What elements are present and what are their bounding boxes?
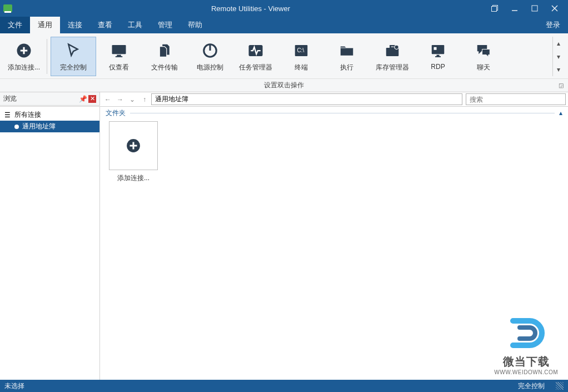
- ribbon-chat[interactable]: 聊天: [461, 37, 506, 76]
- svg-rect-1: [492, 7, 497, 12]
- content-area: 文件夹 ▴ 添加连接... 微当下载 WWW.WEIDOWN.COM: [100, 107, 568, 382]
- terminal-icon: C:\: [293, 41, 310, 61]
- ribbon-full-control[interactable]: 完全控制: [51, 37, 96, 76]
- ribbon-file-transfer[interactable]: 文件传输: [142, 37, 187, 76]
- status-mode: 完全控制: [518, 381, 545, 391]
- tree-general-addressbook[interactable]: 通用地址簿: [0, 121, 99, 132]
- tile-label: 添加连接...: [117, 173, 150, 183]
- ribbon-more[interactable]: ▾: [553, 63, 564, 76]
- pulse-icon: [247, 41, 264, 61]
- nav-forward-icon[interactable]: →: [114, 94, 126, 105]
- ribbon-rdp[interactable]: RDP: [415, 37, 461, 76]
- search-input[interactable]: [466, 93, 566, 105]
- menu-view[interactable]: 查看: [90, 17, 120, 33]
- collapse-icon[interactable]: ▴: [555, 109, 562, 117]
- menu-login[interactable]: 登录: [538, 17, 568, 33]
- ribbon-task-manager[interactable]: 任务管理器: [233, 37, 278, 76]
- svg-rect-8: [117, 55, 121, 57]
- nav-dropdown-icon[interactable]: ⌄: [127, 94, 138, 105]
- menu-bar: 文件 通用 连接 查看 工具 管理 帮助 登录: [0, 17, 568, 33]
- svg-rect-7: [112, 45, 126, 54]
- window-controls: [485, 1, 565, 16]
- list-icon: ☰: [3, 111, 11, 119]
- briefcase-icon: [384, 41, 401, 61]
- ribbon-scroll-down[interactable]: ▾: [553, 50, 564, 63]
- menu-tools[interactable]: 工具: [120, 17, 150, 33]
- ribbon-add-connection[interactable]: 添加连接...: [4, 37, 43, 76]
- svg-rect-18: [432, 45, 445, 54]
- tree-all-connections[interactable]: ☰ 所有连接: [0, 109, 99, 121]
- menu-general[interactable]: 通用: [30, 17, 60, 33]
- nav-back-icon[interactable]: ←: [102, 94, 113, 105]
- plus-circle-icon: [126, 138, 141, 153]
- nav-up-icon[interactable]: ↑: [139, 94, 150, 105]
- maximize-icon[interactable]: [525, 1, 545, 16]
- sidebar-close-icon[interactable]: ✕: [88, 95, 96, 103]
- power-icon: [202, 41, 218, 61]
- svg-rect-21: [435, 56, 441, 57]
- sidebar: ☰ 所有连接 通用地址簿: [0, 107, 100, 382]
- restore-down-icon[interactable]: [485, 1, 505, 16]
- ribbon-power-control[interactable]: 电源控制: [187, 37, 233, 76]
- status-selection: 未选择: [4, 381, 24, 391]
- svg-rect-16: [390, 46, 395, 48]
- ribbon-terminal[interactable]: C:\ 终端: [278, 37, 324, 76]
- resize-grip-icon[interactable]: [556, 382, 564, 390]
- rdp-icon: [430, 41, 446, 61]
- ribbon-inventory-manager[interactable]: 库存管理器: [370, 37, 415, 76]
- watermark: 微当下载 WWW.WEIDOWN.COM: [494, 314, 558, 375]
- menu-help[interactable]: 帮助: [180, 17, 210, 33]
- window-title: Remote Utilities - Viewer: [17, 4, 485, 13]
- ribbon-execute[interactable]: 执行: [324, 37, 370, 76]
- svg-point-17: [395, 45, 399, 49]
- tree-item-label: 通用地址簿: [22, 122, 56, 131]
- tree-item-label: 所有连接: [14, 110, 41, 120]
- svg-text:C:\: C:\: [297, 47, 305, 53]
- tile-add-connection[interactable]: 添加连接...: [107, 121, 160, 183]
- sidebar-header: 浏览 📌 ✕: [0, 92, 100, 106]
- address-input[interactable]: [151, 93, 462, 105]
- minimize-icon[interactable]: [505, 1, 525, 16]
- chat-icon: [475, 41, 492, 61]
- app-icon: [3, 4, 12, 12]
- menu-connection[interactable]: 连接: [60, 17, 90, 33]
- svg-rect-19: [434, 47, 437, 50]
- folder-group-header[interactable]: 文件夹 ▴: [100, 107, 568, 119]
- monitor-icon: [111, 41, 127, 61]
- status-bar: 未选择 完全控制: [0, 380, 568, 392]
- folder-run-icon: [338, 41, 355, 61]
- menu-file[interactable]: 文件: [0, 17, 30, 33]
- svg-rect-3: [532, 6, 537, 11]
- svg-rect-9: [116, 56, 123, 57]
- bullet-icon: [14, 125, 19, 129]
- ribbon: 添加连接... 完全控制 仅查看 文件传输 电源控制 任务管理器 C:\ 终端: [0, 33, 568, 92]
- ribbon-dialog-launcher-icon[interactable]: ◲: [559, 82, 564, 88]
- sidebar-title: 浏览: [3, 94, 79, 103]
- menu-manage[interactable]: 管理: [150, 17, 180, 33]
- ribbon-view-only[interactable]: 仅查看: [96, 37, 142, 76]
- ribbon-scroll-up[interactable]: ▴: [553, 37, 564, 50]
- title-bar: Remote Utilities - Viewer: [0, 0, 568, 17]
- svg-rect-20: [437, 55, 440, 57]
- close-icon[interactable]: [545, 1, 565, 16]
- files-icon: [156, 41, 173, 61]
- pin-icon[interactable]: 📌: [79, 95, 87, 103]
- ribbon-group-caption: 设置双击操作 ◲: [0, 78, 568, 92]
- cursor-icon: [65, 41, 82, 61]
- plus-circle-icon: [16, 41, 32, 61]
